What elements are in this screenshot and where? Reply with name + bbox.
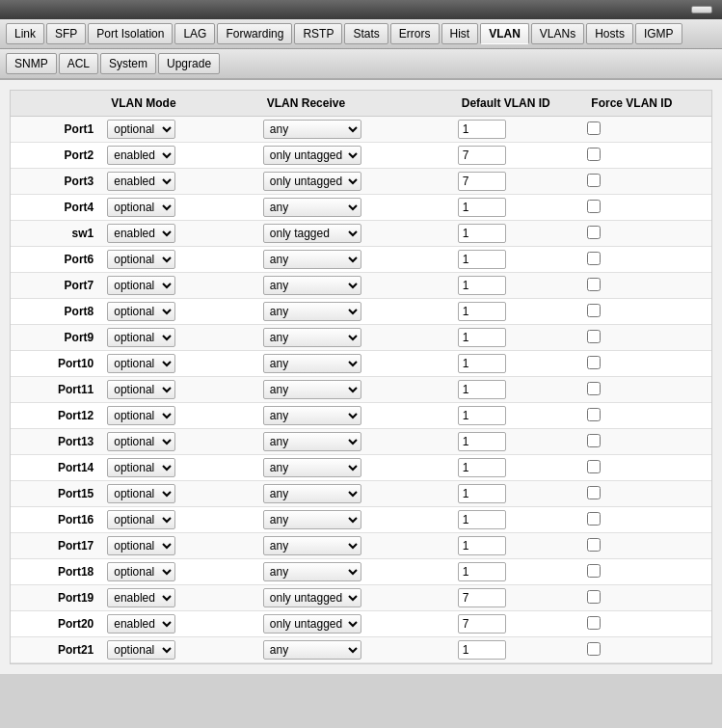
default-vlan-input[interactable] bbox=[458, 406, 506, 425]
vlan-mode-select[interactable]: optionalenableddisabledstrict bbox=[107, 250, 175, 269]
default-vlan-input[interactable] bbox=[458, 224, 506, 243]
nav-tab-errors[interactable]: Errors bbox=[390, 23, 440, 44]
nav-tab-port-isolation[interactable]: Port Isolation bbox=[88, 23, 173, 44]
vlan-receive-select[interactable]: anyonly untaggedonly tagged bbox=[263, 146, 361, 165]
force-vlan-checkbox[interactable] bbox=[587, 642, 601, 656]
vlan-mode-select[interactable]: optionalenableddisabledstrict bbox=[107, 562, 175, 581]
vlan-mode-select[interactable]: optionalenableddisabledstrict bbox=[107, 484, 175, 503]
nav-tab-stats[interactable]: Stats bbox=[344, 23, 388, 44]
force-vlan-checkbox[interactable] bbox=[587, 148, 601, 161]
nav-tab-forwarding[interactable]: Forwarding bbox=[217, 23, 292, 44]
default-vlan-input[interactable] bbox=[458, 640, 506, 660]
nav-tab-hosts[interactable]: Hosts bbox=[586, 23, 633, 44]
nav-tab-vlan[interactable]: VLAN bbox=[480, 23, 529, 44]
logout-button[interactable] bbox=[691, 6, 712, 13]
vlan-mode-select[interactable]: optionalenableddisabledstrict bbox=[107, 536, 175, 555]
vlan-receive-select[interactable]: anyonly untaggedonly tagged bbox=[263, 588, 361, 607]
force-vlan-checkbox[interactable] bbox=[587, 382, 601, 395]
vlan-receive-select[interactable]: anyonly untaggedonly tagged bbox=[263, 640, 361, 660]
nav-tab-acl[interactable]: ACL bbox=[59, 53, 98, 74]
default-vlan-input[interactable] bbox=[458, 172, 506, 191]
force-vlan-checkbox[interactable] bbox=[587, 200, 601, 213]
vlan-receive-select[interactable]: anyonly untaggedonly tagged bbox=[263, 198, 361, 217]
default-vlan-input[interactable] bbox=[458, 588, 506, 607]
vlan-mode-select[interactable]: optionalenableddisabledstrict bbox=[107, 198, 175, 217]
vlan-mode-select[interactable]: optionalenableddisabledstrict bbox=[107, 614, 175, 634]
default-vlan-input[interactable] bbox=[458, 458, 506, 477]
vlan-mode-select[interactable]: optionalenableddisabledstrict bbox=[107, 146, 175, 165]
default-vlan-input[interactable] bbox=[458, 302, 506, 321]
force-vlan-checkbox[interactable] bbox=[587, 356, 601, 369]
default-vlan-input[interactable] bbox=[458, 432, 506, 451]
force-vlan-checkbox[interactable] bbox=[587, 174, 601, 187]
default-vlan-input[interactable] bbox=[458, 276, 506, 295]
vlan-receive-select[interactable]: anyonly untaggedonly tagged bbox=[263, 354, 361, 373]
vlan-receive-select[interactable]: anyonly untaggedonly tagged bbox=[263, 614, 361, 634]
nav-tab-snmp[interactable]: SNMP bbox=[6, 53, 57, 74]
force-vlan-checkbox[interactable] bbox=[587, 486, 601, 499]
default-vlan-input[interactable] bbox=[458, 120, 506, 139]
nav-tab-system[interactable]: System bbox=[100, 53, 156, 74]
nav-tab-upgrade[interactable]: Upgrade bbox=[158, 53, 220, 74]
vlan-receive-select[interactable]: anyonly untaggedonly tagged bbox=[263, 432, 361, 451]
default-vlan-input[interactable] bbox=[458, 562, 506, 581]
nav-tab-lag[interactable]: LAG bbox=[174, 23, 215, 44]
vlan-mode-select[interactable]: optionalenableddisabledstrict bbox=[107, 120, 175, 139]
vlan-receive-select[interactable]: anyonly untaggedonly tagged bbox=[263, 172, 361, 191]
vlan-receive-select[interactable]: anyonly untaggedonly tagged bbox=[263, 250, 361, 269]
nav-tab-hist[interactable]: Hist bbox=[441, 23, 479, 44]
vlan-receive-select[interactable]: anyonly untaggedonly tagged bbox=[263, 380, 361, 399]
vlan-mode-select[interactable]: optionalenableddisabledstrict bbox=[107, 406, 175, 425]
force-vlan-checkbox[interactable] bbox=[587, 538, 601, 552]
force-vlan-checkbox[interactable] bbox=[587, 278, 601, 291]
force-vlan-checkbox[interactable] bbox=[587, 460, 601, 473]
vlan-mode-select[interactable]: optionalenableddisabledstrict bbox=[107, 276, 175, 295]
vlan-mode-select[interactable]: optionalenableddisabledstrict bbox=[107, 224, 175, 243]
vlan-mode-select[interactable]: optionalenableddisabledstrict bbox=[107, 432, 175, 451]
vlan-mode-select[interactable]: optionalenableddisabledstrict bbox=[107, 354, 175, 373]
vlan-receive-select[interactable]: anyonly untaggedonly tagged bbox=[263, 536, 361, 555]
vlan-receive-select[interactable]: anyonly untaggedonly tagged bbox=[263, 406, 361, 425]
force-vlan-checkbox[interactable] bbox=[587, 330, 601, 343]
default-vlan-input[interactable] bbox=[458, 146, 506, 165]
force-vlan-checkbox[interactable] bbox=[587, 564, 601, 578]
force-vlan-checkbox[interactable] bbox=[587, 304, 601, 317]
force-vlan-checkbox[interactable] bbox=[587, 121, 601, 135]
force-vlan-checkbox[interactable] bbox=[587, 616, 601, 630]
vlan-receive-select[interactable]: anyonly untaggedonly tagged bbox=[263, 224, 361, 243]
vlan-receive-select[interactable]: anyonly untaggedonly tagged bbox=[263, 458, 361, 477]
vlan-receive-select[interactable]: anyonly untaggedonly tagged bbox=[263, 276, 361, 295]
default-vlan-input[interactable] bbox=[458, 250, 506, 269]
vlan-mode-select[interactable]: optionalenableddisabledstrict bbox=[107, 510, 175, 529]
default-vlan-input[interactable] bbox=[458, 614, 506, 634]
default-vlan-input[interactable] bbox=[458, 484, 506, 503]
force-vlan-checkbox[interactable] bbox=[587, 226, 601, 239]
default-vlan-input[interactable] bbox=[458, 354, 506, 373]
default-vlan-input[interactable] bbox=[458, 510, 506, 529]
vlan-mode-select[interactable]: optionalenableddisabledstrict bbox=[107, 328, 175, 347]
force-vlan-checkbox[interactable] bbox=[587, 512, 601, 526]
vlan-receive-select[interactable]: anyonly untaggedonly tagged bbox=[263, 484, 361, 503]
force-vlan-checkbox[interactable] bbox=[587, 408, 601, 421]
nav-tab-rstp[interactable]: RSTP bbox=[294, 23, 342, 44]
vlan-mode-select[interactable]: optionalenableddisabledstrict bbox=[107, 302, 175, 321]
vlan-mode-select[interactable]: optionalenableddisabledstrict bbox=[107, 380, 175, 399]
default-vlan-input[interactable] bbox=[458, 328, 506, 347]
vlan-mode-select[interactable]: optionalenableddisabledstrict bbox=[107, 588, 175, 607]
default-vlan-input[interactable] bbox=[458, 198, 506, 217]
vlan-mode-select[interactable]: optionalenableddisabledstrict bbox=[107, 640, 175, 660]
nav-tab-sfp[interactable]: SFP bbox=[46, 23, 86, 44]
vlan-receive-select[interactable]: anyonly untaggedonly tagged bbox=[263, 302, 361, 321]
vlan-mode-select[interactable]: optionalenableddisabledstrict bbox=[107, 172, 175, 191]
default-vlan-input[interactable] bbox=[458, 380, 506, 399]
vlan-receive-select[interactable]: anyonly untaggedonly tagged bbox=[263, 562, 361, 581]
default-vlan-input[interactable] bbox=[458, 536, 506, 555]
nav-tab-link[interactable]: Link bbox=[6, 23, 44, 44]
force-vlan-checkbox[interactable] bbox=[587, 252, 601, 265]
force-vlan-checkbox[interactable] bbox=[587, 590, 601, 604]
vlan-mode-select[interactable]: optionalenableddisabledstrict bbox=[107, 458, 175, 477]
vlan-receive-select[interactable]: anyonly untaggedonly tagged bbox=[263, 120, 361, 139]
vlan-receive-select[interactable]: anyonly untaggedonly tagged bbox=[263, 328, 361, 347]
nav-tab-igmp[interactable]: IGMP bbox=[635, 23, 682, 44]
force-vlan-checkbox[interactable] bbox=[587, 434, 601, 447]
